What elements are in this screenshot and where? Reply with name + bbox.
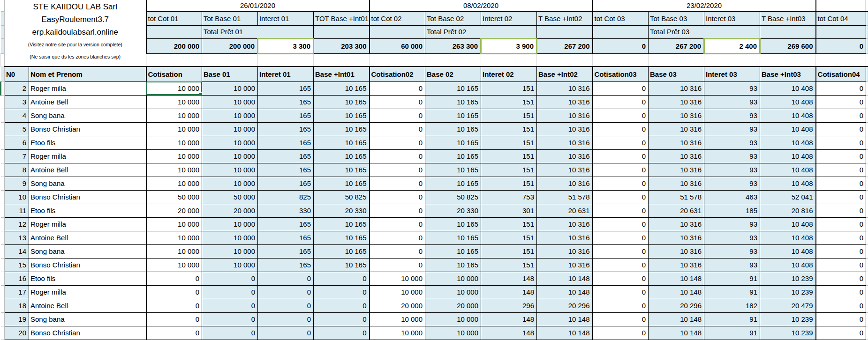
cell-base-02[interactable]: 10 165: [425, 163, 481, 177]
cell-interet-01[interactable]: 0: [258, 326, 314, 340]
cell-base-02[interactable]: 20 000: [425, 299, 481, 312]
empty-cell[interactable]: [760, 25, 816, 38]
cell-base-int-02[interactable]: 10 316: [537, 231, 593, 244]
cell-cotisation-04[interactable]: 0: [816, 177, 866, 190]
cell-interet-02[interactable]: 148: [481, 285, 537, 299]
cell-interet-01[interactable]: 165: [258, 177, 314, 190]
total-tot-cot-03[interactable]: 0: [593, 38, 649, 53]
cell-base-03[interactable]: 20 631: [649, 204, 704, 217]
th-cotisation[interactable]: Cotisation: [146, 67, 202, 81]
cell-cotisation[interactable]: 0: [146, 272, 202, 285]
cell-cotisation-04[interactable]: 0: [816, 244, 866, 258]
cell-base-int-03[interactable]: 10 239: [760, 285, 816, 299]
cell-cotisation[interactable]: 0: [146, 312, 202, 326]
cell-name[interactable]: Bonso Christian: [29, 122, 146, 136]
cell-cotisation-04[interactable]: 0: [816, 326, 866, 340]
cell-name[interactable]: Etoo fils: [29, 204, 146, 217]
cell-interet-03[interactable]: 93: [704, 244, 760, 258]
cell-base-int-01[interactable]: 0: [314, 299, 370, 312]
cell-name[interactable]: Roger milla: [29, 285, 146, 299]
cell-cotisation[interactable]: 10 000: [146, 109, 202, 122]
cell-base-03[interactable]: 10 316: [649, 231, 704, 244]
cell-base-int-02[interactable]: 20 296: [537, 299, 593, 312]
cell-n0[interactable]: 2: [5, 81, 29, 95]
cell-name[interactable]: Song bana: [29, 312, 146, 326]
th-nom-et-prenom[interactable]: Nom et Prenom: [29, 67, 146, 81]
cell-n0[interactable]: 12: [5, 217, 29, 231]
cell-base-01[interactable]: 0: [202, 326, 258, 340]
total-pret-02-label[interactable]: Total Prêt 02: [425, 25, 537, 38]
cell-base-int-02[interactable]: 10 148: [537, 272, 593, 285]
cell-cotisation[interactable]: 10 000: [146, 122, 202, 136]
cell-interet-03[interactable]: 93: [704, 122, 760, 136]
cell-cotisation-02[interactable]: 0: [370, 163, 425, 177]
cell-cotisation-04[interactable]: 0: [816, 190, 866, 204]
cell-base-int-01[interactable]: 10 165: [314, 81, 370, 95]
empty-cell[interactable]: [481, 53, 537, 67]
cell-interet-02[interactable]: 753: [481, 190, 537, 204]
cell-interet-02[interactable]: 151: [481, 177, 537, 190]
total-tot-cot-04[interactable]: 0: [816, 38, 866, 53]
cell-n0[interactable]: 5: [5, 122, 29, 136]
cell-base-int-02[interactable]: 10 316: [537, 122, 593, 136]
cell-cotisation-03[interactable]: 0: [593, 272, 649, 285]
cell-base-int-02[interactable]: 10 316: [537, 81, 593, 95]
col-header-tot-base-02[interactable]: Tot Base 02: [425, 11, 481, 25]
col-header-t-base-int-02[interactable]: T Base +Int02: [537, 11, 593, 25]
cell-base-int-03[interactable]: 10 408: [760, 109, 816, 122]
cell-cotisation[interactable]: 10 000: [146, 177, 202, 190]
cell-cotisation[interactable]: 0: [146, 285, 202, 299]
cell-base-int-01[interactable]: 0: [314, 272, 370, 285]
cell-cotisation-02[interactable]: 0: [370, 109, 425, 122]
empty-cell[interactable]: [593, 53, 649, 67]
cell-base-int-01[interactable]: 10 165: [314, 149, 370, 163]
cell-interet-02[interactable]: 151: [481, 95, 537, 109]
th-cotisation-04[interactable]: Cotisation04: [816, 67, 866, 81]
th-base-int-02[interactable]: Base +Int02: [537, 67, 593, 81]
empty-cell[interactable]: [593, 25, 649, 38]
cell-cotisation[interactable]: 10 000: [146, 95, 202, 109]
cell-cotisation-03[interactable]: 0: [593, 285, 649, 299]
cell-cotisation-02[interactable]: 0: [370, 258, 425, 272]
cell-interet-01[interactable]: 0: [258, 272, 314, 285]
cell-base-int-02[interactable]: 10 316: [537, 136, 593, 149]
cell-n0[interactable]: 16: [5, 272, 29, 285]
total-tot-base-03[interactable]: 267 200: [649, 38, 704, 53]
cell-name[interactable]: Song bana: [29, 177, 146, 190]
cell-cotisation-03[interactable]: 0: [593, 299, 649, 312]
cell-interet-03[interactable]: 93: [704, 231, 760, 244]
cell-interet-03[interactable]: 185: [704, 204, 760, 217]
th-base-03[interactable]: Base 03: [649, 67, 704, 81]
col-header-tot-base-03[interactable]: Tot Base 03: [649, 11, 704, 25]
cell-base-int-01[interactable]: 10 165: [314, 177, 370, 190]
th-cotisation-03[interactable]: Cotisation03: [593, 67, 649, 81]
cell-base-01[interactable]: 0: [202, 272, 258, 285]
cell-cotisation-04[interactable]: 0: [816, 163, 866, 177]
cell-base-02[interactable]: 10 165: [425, 136, 481, 149]
empty-cell[interactable]: [258, 53, 314, 67]
cell-base-01[interactable]: 0: [202, 312, 258, 326]
cell-base-int-01[interactable]: 0: [314, 312, 370, 326]
cell-cotisation-02[interactable]: 0: [370, 136, 425, 149]
cell-base-int-03[interactable]: 10 408: [760, 244, 816, 258]
total-base-int-01[interactable]: 203 300: [314, 38, 370, 53]
col-header-interet-02[interactable]: Interet 02: [481, 11, 537, 25]
empty-cell[interactable]: [202, 53, 258, 67]
cell-n0[interactable]: 4: [5, 109, 29, 122]
cell-base-03[interactable]: 10 316: [649, 81, 704, 95]
cell-interet-01[interactable]: 165: [258, 258, 314, 272]
cell-cotisation-02[interactable]: 0: [370, 244, 425, 258]
cell-interet-01[interactable]: 825: [258, 190, 314, 204]
cell-base-01[interactable]: 10 000: [202, 109, 258, 122]
cell-interet-01[interactable]: 0: [258, 312, 314, 326]
cell-base-int-03[interactable]: 20 816: [760, 204, 816, 217]
cell-name[interactable]: Song bana: [29, 109, 146, 122]
cell-cotisation-04[interactable]: 0: [816, 285, 866, 299]
cell-base-03[interactable]: 10 316: [649, 163, 704, 177]
cell-cotisation[interactable]: 20 000: [146, 204, 202, 217]
cell-base-int-01[interactable]: 0: [314, 326, 370, 340]
cell-base-02[interactable]: 10 000: [425, 272, 481, 285]
cell-base-int-03[interactable]: 10 408: [760, 217, 816, 231]
col-header-tot-cot-03[interactable]: tot Cot 03: [593, 11, 649, 25]
cell-base-03[interactable]: 10 148: [649, 285, 704, 299]
